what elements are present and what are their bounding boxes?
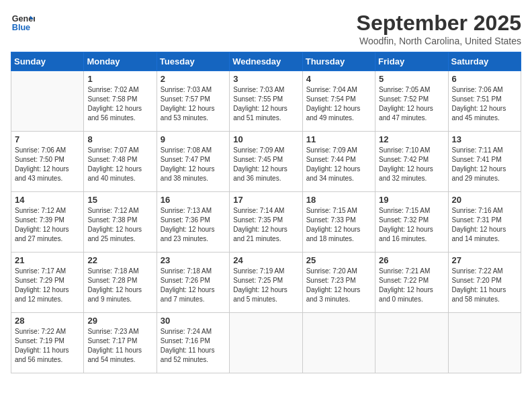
logo-icon: General Blue [11,11,35,35]
day-detail: Sunrise: 7:02 AMSunset: 7:58 PMDaylight:… [87,85,152,123]
day-number: 26 [379,255,444,265]
day-number: 9 [161,134,226,144]
day-detail: Sunrise: 7:18 AMSunset: 7:28 PMDaylight:… [87,267,152,304]
day-number: 12 [379,134,444,144]
day-number: 6 [452,74,517,84]
day-number: 27 [452,255,517,265]
day-number: 8 [87,134,152,144]
day-number: 3 [233,74,298,84]
day-detail: Sunrise: 7:20 AMSunset: 7:23 PMDaylight:… [306,267,371,304]
day-number: 17 [233,195,298,205]
day-of-week-header: Saturday [448,52,521,71]
day-number: 11 [306,134,371,144]
calendar-cell [448,313,521,373]
day-number: 28 [15,316,80,326]
location: Woodfin, North Carolina, United States [357,36,521,46]
day-detail: Sunrise: 7:21 AMSunset: 7:22 PMDaylight:… [379,267,444,304]
day-detail: Sunrise: 7:22 AMSunset: 7:20 PMDaylight:… [452,267,517,304]
calendar-body: 1Sunrise: 7:02 AMSunset: 7:58 PMDaylight… [11,71,521,373]
calendar-cell: 22Sunrise: 7:18 AMSunset: 7:28 PMDayligh… [84,253,157,313]
day-detail: Sunrise: 7:14 AMSunset: 7:35 PMDaylight:… [233,206,298,244]
calendar-cell: 4Sunrise: 7:04 AMSunset: 7:54 PMDaylight… [302,71,375,132]
day-number: 1 [87,74,152,84]
day-number: 20 [452,195,517,205]
day-detail: Sunrise: 7:09 AMSunset: 7:45 PMDaylight:… [233,146,298,183]
day-number: 25 [306,255,371,265]
day-detail: Sunrise: 7:11 AMSunset: 7:41 PMDaylight:… [452,146,517,183]
day-detail: Sunrise: 7:24 AMSunset: 7:16 PMDaylight:… [161,327,226,365]
calendar-cell: 6Sunrise: 7:06 AMSunset: 7:51 PMDaylight… [448,71,521,132]
calendar-week-row: 21Sunrise: 7:17 AMSunset: 7:29 PMDayligh… [11,253,521,313]
day-number: 5 [379,74,444,84]
calendar-cell [230,313,302,373]
calendar-cell: 28Sunrise: 7:22 AMSunset: 7:19 PMDayligh… [11,313,84,373]
day-detail: Sunrise: 7:04 AMSunset: 7:54 PMDaylight:… [306,85,371,123]
day-of-week-header: Friday [375,52,448,71]
day-detail: Sunrise: 7:15 AMSunset: 7:32 PMDaylight:… [379,206,444,244]
calendar-cell: 21Sunrise: 7:17 AMSunset: 7:29 PMDayligh… [11,253,84,313]
day-detail: Sunrise: 7:03 AMSunset: 7:55 PMDaylight:… [233,85,298,123]
day-number: 10 [233,134,298,144]
day-detail: Sunrise: 7:16 AMSunset: 7:31 PMDaylight:… [452,206,517,244]
day-detail: Sunrise: 7:12 AMSunset: 7:39 PMDaylight:… [15,206,80,244]
day-detail: Sunrise: 7:05 AMSunset: 7:52 PMDaylight:… [379,85,444,123]
calendar-week-row: 14Sunrise: 7:12 AMSunset: 7:39 PMDayligh… [11,192,521,253]
day-number: 22 [87,255,152,265]
day-number: 30 [161,316,226,326]
day-detail: Sunrise: 7:13 AMSunset: 7:36 PMDaylight:… [161,206,226,244]
day-number: 4 [306,74,371,84]
calendar-week-row: 1Sunrise: 7:02 AMSunset: 7:58 PMDaylight… [11,71,521,132]
calendar-header-row: SundayMondayTuesdayWednesdayThursdayFrid… [11,52,521,71]
day-detail: Sunrise: 7:03 AMSunset: 7:57 PMDaylight:… [161,85,226,123]
calendar-cell: 8Sunrise: 7:07 AMSunset: 7:48 PMDaylight… [84,132,157,192]
calendar-cell: 2Sunrise: 7:03 AMSunset: 7:57 PMDaylight… [157,71,229,132]
calendar-cell: 17Sunrise: 7:14 AMSunset: 7:35 PMDayligh… [230,192,302,253]
calendar-cell: 23Sunrise: 7:18 AMSunset: 7:26 PMDayligh… [157,253,229,313]
day-of-week-header: Sunday [11,52,84,71]
day-detail: Sunrise: 7:06 AMSunset: 7:50 PMDaylight:… [15,146,80,183]
day-detail: Sunrise: 7:10 AMSunset: 7:42 PMDaylight:… [379,146,444,183]
month-year: September 2025 [357,11,521,36]
calendar-cell: 24Sunrise: 7:19 AMSunset: 7:25 PMDayligh… [230,253,302,313]
calendar-cell: 1Sunrise: 7:02 AMSunset: 7:58 PMDaylight… [84,71,157,132]
calendar-week-row: 7Sunrise: 7:06 AMSunset: 7:50 PMDaylight… [11,132,521,192]
calendar-cell [302,313,375,373]
day-number: 24 [233,255,298,265]
day-detail: Sunrise: 7:07 AMSunset: 7:48 PMDaylight:… [87,146,152,183]
calendar-cell: 5Sunrise: 7:05 AMSunset: 7:52 PMDaylight… [375,71,448,132]
day-number: 19 [379,195,444,205]
day-detail: Sunrise: 7:17 AMSunset: 7:29 PMDaylight:… [15,267,80,304]
day-detail: Sunrise: 7:18 AMSunset: 7:26 PMDaylight:… [161,267,226,304]
day-number: 18 [306,195,371,205]
calendar-table: SundayMondayTuesdayWednesdayThursdayFrid… [11,52,521,373]
calendar-cell: 3Sunrise: 7:03 AMSunset: 7:55 PMDaylight… [230,71,302,132]
day-number: 23 [161,255,226,265]
day-detail: Sunrise: 7:12 AMSunset: 7:38 PMDaylight:… [87,206,152,244]
day-of-week-header: Monday [84,52,157,71]
page-header: General Blue September 2025 Woodfin, Nor… [11,11,521,46]
calendar-cell: 27Sunrise: 7:22 AMSunset: 7:20 PMDayligh… [448,253,521,313]
calendar-cell: 29Sunrise: 7:23 AMSunset: 7:17 PMDayligh… [84,313,157,373]
day-number: 14 [15,195,80,205]
day-detail: Sunrise: 7:06 AMSunset: 7:51 PMDaylight:… [452,85,517,123]
calendar-cell: 20Sunrise: 7:16 AMSunset: 7:31 PMDayligh… [448,192,521,253]
calendar-cell: 13Sunrise: 7:11 AMSunset: 7:41 PMDayligh… [448,132,521,192]
day-of-week-header: Wednesday [230,52,302,71]
calendar-cell: 7Sunrise: 7:06 AMSunset: 7:50 PMDaylight… [11,132,84,192]
calendar-cell: 18Sunrise: 7:15 AMSunset: 7:33 PMDayligh… [302,192,375,253]
calendar-cell: 16Sunrise: 7:13 AMSunset: 7:36 PMDayligh… [157,192,229,253]
calendar-cell: 26Sunrise: 7:21 AMSunset: 7:22 PMDayligh… [375,253,448,313]
svg-text:Blue: Blue [12,23,30,32]
day-detail: Sunrise: 7:09 AMSunset: 7:44 PMDaylight:… [306,146,371,183]
calendar-cell: 11Sunrise: 7:09 AMSunset: 7:44 PMDayligh… [302,132,375,192]
day-detail: Sunrise: 7:23 AMSunset: 7:17 PMDaylight:… [87,327,152,365]
calendar-cell: 15Sunrise: 7:12 AMSunset: 7:38 PMDayligh… [84,192,157,253]
day-number: 29 [87,316,152,326]
calendar-cell: 14Sunrise: 7:12 AMSunset: 7:39 PMDayligh… [11,192,84,253]
day-number: 7 [15,134,80,144]
day-number: 2 [161,74,226,84]
calendar-cell [375,313,448,373]
calendar-cell: 9Sunrise: 7:08 AMSunset: 7:47 PMDaylight… [157,132,229,192]
day-number: 16 [161,195,226,205]
calendar-cell: 30Sunrise: 7:24 AMSunset: 7:16 PMDayligh… [157,313,229,373]
